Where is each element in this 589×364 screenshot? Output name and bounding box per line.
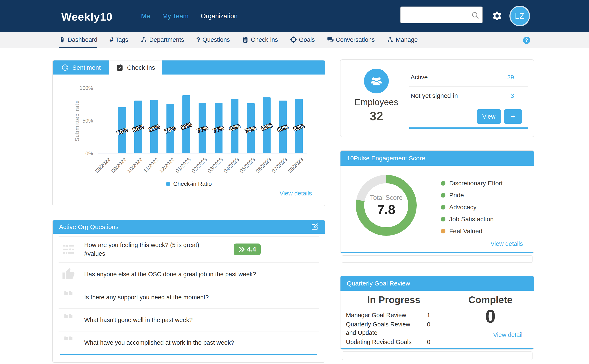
pulse-legend-item: Advocacy bbox=[441, 201, 503, 213]
y-tick: 100% bbox=[80, 85, 93, 91]
legend-dot bbox=[441, 217, 446, 221]
card-title: 10Pulse Engagement Score bbox=[347, 155, 425, 162]
list-bottom-line bbox=[60, 354, 317, 355]
question-text: What hasn't gone well in the past week? bbox=[84, 316, 193, 324]
row-label: Not yet signed-in bbox=[411, 92, 458, 99]
nav-link-my-team[interactable]: My Team bbox=[162, 12, 188, 20]
checkins-chart: 100% 50% 0% Submitted rate 70%80%81%75%8… bbox=[53, 75, 325, 206]
tab-label: Goals bbox=[299, 36, 315, 43]
legend-dot bbox=[441, 181, 446, 186]
tab-label: Conversations bbox=[336, 36, 375, 43]
y-axis-title: Submitted rate bbox=[74, 100, 80, 141]
edit-icon[interactable] bbox=[311, 223, 319, 231]
tab-goals[interactable]: Goals bbox=[290, 32, 315, 48]
goals-in-progress-column: In Progress Manager Goal Review 1 Quarte… bbox=[340, 291, 447, 347]
legend-label: Check-in Ratio bbox=[173, 181, 212, 187]
goals-view-detail-link[interactable]: View detail bbox=[493, 332, 523, 338]
nav-link-me[interactable]: Me bbox=[141, 12, 150, 20]
legend-label: Feel Valued bbox=[449, 228, 482, 235]
pulse-legend-item: Job Satisfaction bbox=[441, 213, 503, 225]
legend-label: Discretionary Effort bbox=[449, 180, 503, 187]
goals-complete-column: Complete 0 View detail bbox=[447, 291, 534, 347]
question-row: How are you feeling this week? (5 is gre… bbox=[53, 237, 325, 262]
nav-link-organization[interactable]: Organization bbox=[201, 12, 238, 20]
pulse-view-details-link[interactable]: View details bbox=[491, 240, 523, 247]
tab-questions[interactable]: ? Questions bbox=[196, 32, 230, 48]
legend-dot bbox=[441, 193, 446, 198]
app-logo[interactable]: Weekly10 bbox=[61, 11, 112, 23]
tab-label: Tags bbox=[116, 36, 128, 43]
employees-table: Active 29 Not yet signed-in 3 View + bbox=[409, 68, 528, 129]
gridline-100 bbox=[98, 88, 307, 88]
tab-conversations[interactable]: Conversations bbox=[327, 32, 375, 48]
sliders-icon bbox=[62, 243, 75, 256]
y-tick: 0% bbox=[85, 150, 93, 156]
engagement-donut-chart: Total Score 7.8 bbox=[356, 175, 417, 236]
card-bottom-line bbox=[340, 348, 534, 349]
legend-label: Pride bbox=[449, 192, 464, 199]
tab-label: Check-ins bbox=[127, 64, 155, 71]
employees-card: Employees 32 Active 29 Not yet signed-in… bbox=[340, 59, 534, 137]
donut-center: Total Score 7.8 bbox=[364, 183, 408, 227]
hash-icon: # bbox=[110, 36, 113, 44]
help-button[interactable]: ? bbox=[523, 37, 530, 44]
tab-tags[interactable]: # Tags bbox=[110, 32, 128, 48]
quote-icon: “ bbox=[63, 291, 74, 303]
manage-icon bbox=[387, 36, 394, 43]
tab-checkins-chart[interactable]: Check-ins bbox=[109, 60, 162, 75]
tab-manage[interactable]: Manage bbox=[387, 32, 418, 48]
quote-icon: “ bbox=[63, 337, 74, 349]
row-value[interactable]: 29 bbox=[507, 74, 514, 81]
pulse-card-header: 10Pulse Engagement Score bbox=[340, 151, 534, 166]
tab-sentiment[interactable]: Sentiment bbox=[53, 60, 109, 75]
goal-value: 1 bbox=[427, 311, 430, 319]
chart-legend: Check-in Ratio bbox=[53, 181, 325, 187]
chart-view-details-link[interactable]: View details bbox=[280, 190, 312, 197]
employees-actions: View + bbox=[409, 105, 528, 127]
gear-icon[interactable] bbox=[492, 11, 503, 21]
tab-label: Dashboard bbox=[68, 36, 97, 43]
complete-count: 0 bbox=[447, 307, 534, 325]
tab-checkins[interactable]: Check-ins bbox=[242, 32, 278, 48]
goal-row: Manager Goal Review 1 bbox=[346, 311, 447, 319]
row-value[interactable]: 3 bbox=[511, 92, 514, 99]
pulse-legend-item: Feel Valued bbox=[441, 225, 503, 237]
add-employee-button[interactable]: + bbox=[504, 109, 522, 124]
card-title: Quarterly Goal Review bbox=[347, 280, 410, 287]
y-tick: 50% bbox=[83, 118, 93, 124]
goal-row: Updating Revised Goals 0 bbox=[346, 338, 447, 346]
double-chevron-icon bbox=[238, 246, 245, 253]
x-axis-labels: 08/202209/202210/202211/202212/202201/20… bbox=[98, 156, 307, 180]
employees-summary: Employees 32 bbox=[346, 68, 407, 129]
question-text: What have you accomplished at work in th… bbox=[84, 338, 234, 347]
goal-label: Quarterly Goals Review and Update bbox=[346, 320, 419, 337]
score-badge: 4.4 bbox=[234, 243, 261, 255]
secondary-nav: Dashboard # Tags Departments ? Questions… bbox=[0, 32, 589, 48]
question-tag: #values bbox=[84, 249, 231, 258]
question-row: “ What have you accomplished at work in … bbox=[53, 332, 325, 354]
pulse-legend: Discretionary EffortPrideAdvocacyJob Sat… bbox=[441, 177, 503, 237]
legend-dot bbox=[166, 182, 170, 186]
avatar[interactable]: LZ bbox=[509, 6, 530, 26]
tab-dashboard[interactable]: Dashboard bbox=[59, 32, 97, 48]
goals-card: Quarterly Goal Review In Progress Manage… bbox=[340, 276, 534, 350]
table-bottom-line bbox=[409, 127, 528, 129]
top-navbar: Weekly10 Me My Team Organization LZ bbox=[0, 0, 589, 32]
goal-label: Updating Revised Goals bbox=[346, 338, 419, 346]
pulse-card-footer bbox=[342, 255, 532, 263]
avatar-initials: LZ bbox=[515, 12, 524, 20]
primary-nav: Me My Team Organization bbox=[141, 0, 238, 32]
search-input[interactable] bbox=[403, 8, 469, 22]
goal-row: Quarterly Goals Review and Update 0 bbox=[346, 320, 447, 337]
total-score-label: Total Score bbox=[370, 194, 402, 202]
employees-title: Employees bbox=[346, 97, 407, 107]
card-bottom-line bbox=[340, 252, 534, 253]
search-icon[interactable] bbox=[471, 11, 479, 20]
chart-card-tabs: Sentiment Check-ins bbox=[53, 60, 325, 75]
legend-dot bbox=[441, 229, 446, 234]
tab-departments[interactable]: Departments bbox=[140, 32, 184, 48]
view-button[interactable]: View bbox=[477, 109, 501, 124]
people-group-icon bbox=[369, 74, 383, 88]
tab-label: Questions bbox=[203, 36, 230, 43]
quote-icon: “ bbox=[63, 314, 74, 326]
